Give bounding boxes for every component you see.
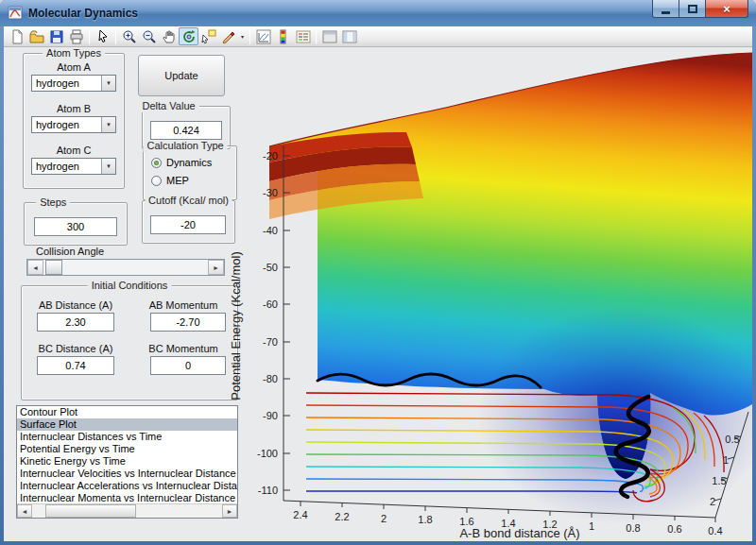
slider-thumb[interactable]	[45, 260, 62, 275]
save-icon[interactable]	[46, 27, 66, 45]
chevron-down-icon[interactable]: ▼	[101, 76, 115, 91]
plot-type-listbox[interactable]: Contour Plot Surface Plot Internuclear D…	[16, 405, 238, 519]
list-item[interactable]: Internuclear Accelerations vs Internucle…	[17, 480, 237, 492]
figure-window-icon[interactable]	[8, 6, 23, 21]
ab-distance-input[interactable]: 2.30	[37, 313, 114, 332]
atom-b-label: Atom B	[24, 103, 124, 114]
hide-plot-tools-icon[interactable]	[319, 27, 339, 45]
collision-angle-slider[interactable]: ◄ ►	[26, 259, 225, 276]
plot-canvas[interactable]: -20 -30 -40 -50 -60 -70 -80 -90 -100 -11…	[227, 47, 752, 541]
panel-title: Steps	[36, 196, 70, 209]
data-cursor-icon[interactable]	[198, 27, 218, 45]
radio-dot[interactable]	[151, 176, 162, 186]
x-tick-label: 0.4	[708, 525, 722, 536]
panel-title: Atom Types	[43, 47, 105, 60]
print-icon[interactable]	[66, 27, 86, 45]
slider-left-arrow-icon[interactable]: ◄	[27, 260, 43, 275]
radio-dot-selected[interactable]	[151, 158, 162, 168]
close-button[interactable]: ×	[706, 0, 748, 18]
x-tick-label: 0.6	[667, 523, 681, 535]
update-button[interactable]: Update	[138, 55, 225, 96]
list-item[interactable]: Contour Plot	[17, 406, 237, 418]
chevron-down-icon[interactable]: ▼	[101, 117, 115, 132]
x-tick-label: 1	[589, 520, 594, 532]
radio-mep-label: MEP	[166, 175, 189, 186]
scrollbar-thumb[interactable]	[45, 504, 136, 518]
show-plot-tools-icon[interactable]	[339, 27, 359, 45]
initial-conditions-panel: Initial Conditions AB Distance (A) AB Mo…	[21, 285, 238, 400]
zoom-in-icon[interactable]	[119, 27, 139, 45]
y-tick-label: -80	[263, 373, 278, 384]
y-tick-label: -90	[263, 410, 278, 421]
bc-momentum-input[interactable]: 0	[150, 356, 226, 375]
scrollbar-track[interactable]	[32, 504, 222, 518]
list-item-selected[interactable]: Surface Plot	[17, 418, 237, 431]
depth-tick-label: 1	[723, 454, 729, 466]
toolbar-separator	[249, 29, 250, 44]
zoom-out-icon[interactable]	[139, 27, 159, 45]
list-item[interactable]: Potential Energy vs Time	[17, 443, 237, 455]
minimize-button[interactable]	[652, 0, 679, 18]
maximize-button[interactable]	[679, 0, 706, 18]
panel-title: Initial Conditions	[88, 280, 172, 292]
panel-title: Delta Value	[139, 100, 199, 112]
radio-dynamics-label: Dynamics	[166, 157, 212, 168]
figure-body: ▾ Atom Types Atom A hydrogen ▼ Atom B hy…	[4, 26, 752, 541]
list-item[interactable]: Kinetic Energy vs Time	[17, 455, 237, 468]
toolbar-separator	[316, 29, 317, 44]
window-title: Molecular Dynamics	[28, 7, 138, 20]
cutoff-input[interactable]: -20	[150, 215, 226, 234]
brush-dropdown-icon[interactable]: ▾	[238, 33, 247, 40]
link-plot-icon[interactable]	[253, 27, 273, 45]
open-file-icon[interactable]	[26, 27, 46, 45]
calculation-type-panel: Calculation Type Dynamics MEP	[143, 145, 237, 200]
x-tick-label: 2	[381, 513, 387, 524]
list-item[interactable]: Internuclear Distances vs Time	[17, 431, 237, 443]
window-buttons: ×	[652, 0, 748, 18]
new-figure-icon[interactable]	[7, 27, 26, 45]
insert-colorbar-icon[interactable]	[273, 27, 293, 45]
delta-value-input[interactable]: 0.424	[150, 121, 222, 140]
y-tick-label: -50	[263, 262, 278, 273]
figure-toolbar: ▾	[4, 26, 752, 47]
atom-types-panel: Atom Types Atom A hydrogen ▼ Atom B hydr…	[23, 53, 125, 189]
radio-dynamics[interactable]: Dynamics	[151, 157, 212, 168]
toolbar-separator	[115, 29, 116, 44]
chevron-down-icon[interactable]: ▼	[101, 159, 115, 174]
insert-legend-icon[interactable]	[293, 27, 313, 45]
edit-plot-pointer-icon[interactable]	[93, 27, 112, 45]
atom-c-label: Atom C	[24, 145, 124, 156]
titlebar[interactable]: Molecular Dynamics ×	[0, 0, 756, 26]
bc-distance-label: BC Distance (A)	[22, 343, 129, 354]
x-tick-label: 2.4	[293, 509, 307, 520]
surface-plot-svg[interactable]: -20 -30 -40 -50 -60 -70 -80 -90 -100 -11…	[227, 47, 752, 541]
rotate-3d-icon[interactable]	[179, 27, 198, 45]
surface-plot[interactable]	[269, 53, 752, 524]
depth-tick-label: 0.5	[725, 434, 739, 445]
brush-icon[interactable]	[218, 27, 238, 45]
slider-right-arrow-icon[interactable]: ►	[208, 260, 224, 275]
depth-tick-label: 1.5	[712, 475, 726, 486]
steps-input[interactable]: 300	[34, 217, 117, 236]
slider-track[interactable]	[43, 260, 208, 275]
scroll-left-arrow-icon[interactable]: ◄	[17, 504, 32, 518]
x-tick-label: 2.2	[335, 511, 349, 522]
atom-b-combobox[interactable]: hydrogen ▼	[31, 116, 116, 133]
bc-momentum-label: BC Momentum	[129, 343, 237, 354]
depth-tick-label: 2	[710, 496, 715, 507]
panel-title: Calculation Type	[144, 140, 228, 152]
y-tick-label: -20	[263, 150, 278, 162]
molecular-dynamics-window: Molecular Dynamics × ▾	[0, 0, 756, 545]
ab-distance-label: AB Distance (A)	[22, 299, 129, 311]
x-tick-label: 1.8	[418, 514, 432, 525]
pan-icon[interactable]	[159, 27, 179, 45]
bc-distance-input[interactable]: 0.74	[37, 356, 114, 375]
y-axis-label: Potential Energy (Kcal/mol)	[229, 251, 243, 400]
ab-momentum-input[interactable]: -2.70	[150, 313, 226, 332]
listbox-horizontal-scrollbar[interactable]: ◄ ►	[17, 503, 237, 518]
atom-a-combobox[interactable]: hydrogen ▼	[31, 75, 116, 92]
radio-mep[interactable]: MEP	[151, 175, 189, 186]
list-item[interactable]: Internuclear Velocities vs Internuclear …	[17, 468, 237, 480]
atom-c-combobox[interactable]: hydrogen ▼	[31, 158, 116, 175]
toolbar-separator	[89, 29, 90, 44]
